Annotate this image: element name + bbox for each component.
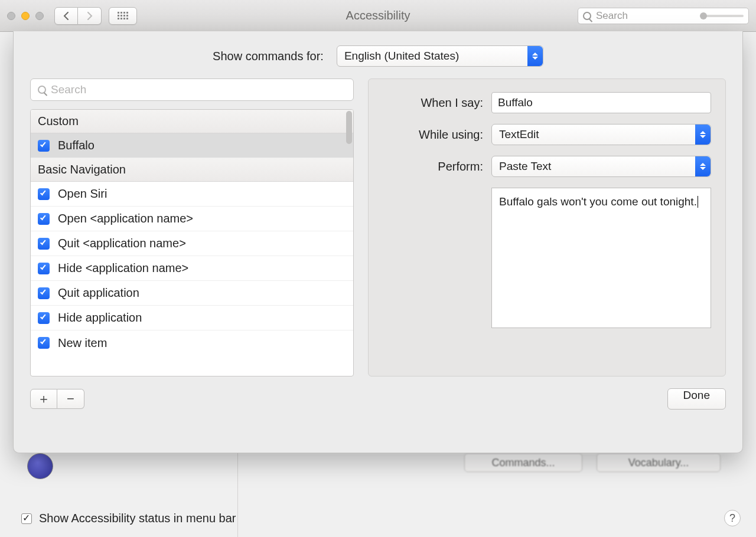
list-item[interactable]: Buffalo [31,133,353,158]
checkbox[interactable] [38,337,50,349]
status-checkbox[interactable] [21,513,32,524]
list-item-label: Open <application name> [58,212,193,225]
commands-search[interactable]: Search [30,78,354,101]
list-item-label: Hide <application name> [58,261,188,275]
commands-button[interactable]: Commands... [464,453,582,472]
add-button[interactable]: ＋ [30,389,57,409]
paste-text-area[interactable]: Buffalo gals won't you come out tonight. [491,188,711,328]
remove-button[interactable]: − [57,389,84,409]
when-i-say-label: When I say: [383,96,483,110]
list-item[interactable]: Open Siri [31,182,353,207]
list-item-label: Open Siri [58,187,107,201]
checkbox[interactable] [38,287,50,299]
background-sidebar-row [27,453,53,479]
list-item[interactable]: Hide <application name> [31,256,353,281]
when-i-say-field[interactable]: Buffalo [491,92,711,113]
list-item[interactable]: Hide application [31,306,353,330]
search-icon [583,12,591,20]
search-icon [38,86,46,94]
paste-text-value: Buffalo gals won't you come out tonight. [499,195,697,208]
language-row: Show commands for: English (United State… [30,45,726,67]
traffic-lights [7,12,44,20]
sheet-bottom-row: ＋ − Done [30,388,726,410]
stepper-icon [527,46,543,66]
perform-value: Paste Text [499,160,551,173]
minimize-window-button[interactable] [21,12,30,20]
list-item-label: Quit application [58,286,139,300]
group-header: Basic Navigation [31,158,353,182]
commands-sheet: Show commands for: English (United State… [13,31,743,453]
perform-label: Perform: [383,160,483,173]
command-detail-panel: When I say: Buffalo While using: TextEdi… [368,78,726,376]
while-using-label: While using: [383,128,483,142]
list-item[interactable]: Quit application [31,281,353,306]
close-window-button[interactable] [7,12,15,20]
while-using-popup[interactable]: TextEdit [491,124,711,145]
checkbox[interactable] [38,263,50,274]
list-item-label: Quit <application name> [58,237,186,250]
stepper-icon [695,156,711,176]
checkbox[interactable] [38,140,50,152]
help-button[interactable]: ? [724,510,741,526]
checkbox[interactable] [38,312,50,324]
forward-button[interactable] [78,7,102,25]
toolbar-search[interactable]: Search [578,8,749,24]
background-icon [27,453,53,479]
language-value: English (United States) [344,50,459,63]
window-toolbar: Accessibility Search [0,0,756,32]
window-title: Accessibility [346,9,410,22]
vocabulary-button[interactable]: Vocabulary... [597,453,721,472]
list-item-label: New item [58,336,107,350]
language-popup[interactable]: English (United States) [337,45,543,67]
grid-icon [118,12,128,19]
list-item-label: Hide application [58,311,142,325]
add-remove-group: ＋ − [30,389,84,409]
commands-list-column: Search Custom Buffalo Basic Navigation O… [30,78,354,376]
list-item[interactable]: New item [31,330,353,355]
while-using-value: TextEdit [499,128,539,141]
nav-group [54,7,102,25]
slider-decoration [702,15,744,17]
show-commands-label: Show commands for: [213,50,324,63]
checkbox[interactable] [38,238,50,250]
back-button[interactable] [54,7,78,25]
search-placeholder: Search [596,10,628,22]
scrollbar-thumb[interactable] [346,111,352,144]
commands-search-placeholder: Search [51,83,86,96]
list-item[interactable]: Open <application name> [31,207,353,231]
checkbox[interactable] [38,213,50,225]
done-button[interactable]: Done [667,388,726,410]
text-caret [698,196,698,208]
checkbox[interactable] [38,188,50,200]
list-item-label: Buffalo [58,139,94,152]
status-label: Show Accessibility status in menu bar [39,512,236,525]
group-header: Custom [31,110,353,133]
list-item[interactable]: Quit <application name> [31,231,353,256]
when-i-say-value: Buffalo [498,96,533,109]
show-all-button[interactable] [109,7,137,25]
footer: Show Accessibility status in menu bar [21,512,236,525]
commands-list[interactable]: Custom Buffalo Basic Navigation Open Sir… [30,109,354,376]
perform-popup[interactable]: Paste Text [491,156,711,177]
zoom-window-button[interactable] [35,12,44,20]
stepper-icon [695,125,711,145]
